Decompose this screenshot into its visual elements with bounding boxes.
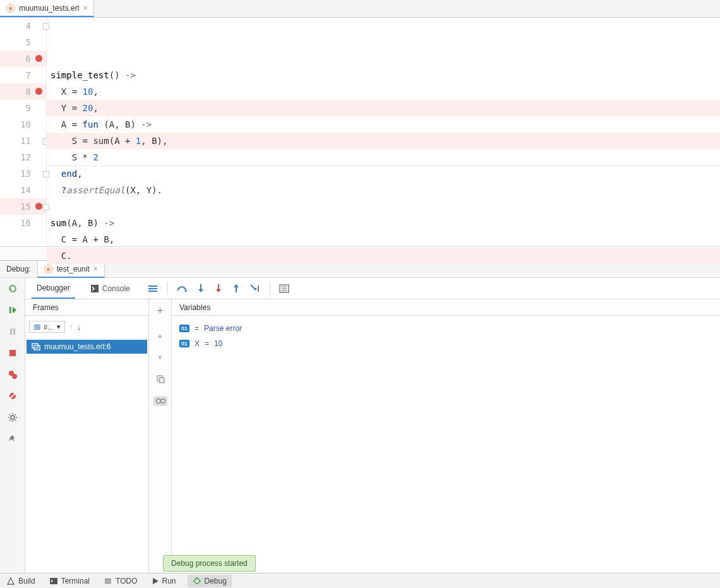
statusbar-debug[interactable]: Debug: [188, 575, 232, 587]
svg-rect-30: [50, 578, 57, 584]
erlang-file-icon: e: [6, 4, 15, 13]
variable-row[interactable]: 01 X = 10: [179, 336, 712, 351]
variable-name: X: [195, 339, 200, 348]
statusbar-terminal[interactable]: Terminal: [47, 577, 92, 585]
prev-frame-icon[interactable]: ↑: [69, 322, 73, 332]
code-line[interactable]: A = fun (A, B) ->: [47, 116, 720, 133]
svg-rect-27: [159, 378, 164, 383]
gutter-line[interactable]: 12: [0, 149, 46, 165]
code-line[interactable]: ?assertEqual(X, Y).: [47, 182, 720, 198]
resume-button[interactable]: [6, 303, 20, 317]
variable-value: Parse error: [204, 324, 242, 333]
debug-main: Debugger Console: [25, 278, 720, 573]
run-to-cursor-icon[interactable]: [249, 284, 261, 294]
thread-selector[interactable]: #… ▾: [29, 321, 65, 333]
gutter-line[interactable]: 14: [0, 182, 46, 198]
svg-rect-1: [10, 328, 12, 335]
step-over-icon[interactable]: [176, 284, 188, 293]
equals: =: [205, 339, 209, 348]
gutter-line[interactable]: 13: [0, 165, 46, 182]
variables-header: Variables: [172, 299, 720, 316]
step-into-icon[interactable]: [196, 284, 205, 294]
gutter-line[interactable]: 9: [0, 100, 46, 116]
code-line[interactable]: C.: [47, 248, 720, 264]
separator: [167, 282, 167, 295]
gutter-line[interactable]: 11: [0, 133, 46, 149]
gutter-line[interactable]: 5: [0, 34, 46, 51]
step-icons: [148, 282, 289, 295]
view-breakpoints-button[interactable]: [6, 368, 20, 381]
svg-point-8: [11, 416, 15, 419]
svg-point-5: [12, 374, 17, 379]
code-editor[interactable]: 45678910111213141516 simple_test() -> X …: [0, 18, 720, 246]
gutter-line[interactable]: 15: [0, 198, 46, 215]
variables-list[interactable]: 01 = Parse error01 X = 10: [172, 316, 720, 356]
force-step-into-icon[interactable]: [214, 284, 223, 294]
frames-vars: Frames #… ▾ ↑ ↓ muumuu_tests.erl:6: [25, 299, 720, 573]
chevron-down-icon: ▾: [57, 323, 61, 331]
editor-tab[interactable]: e muumuu_tests.erl ×: [0, 0, 94, 17]
debug-tool-window: Debug: e test_eunit ×: [0, 260, 720, 573]
variable-value: 10: [214, 339, 222, 348]
equals: =: [195, 324, 199, 333]
watches-icon[interactable]: [153, 396, 167, 406]
evaluate-expression-icon[interactable]: [279, 284, 289, 293]
gutter-line[interactable]: 6: [0, 51, 46, 67]
svg-point-34: [195, 579, 200, 584]
pause-button[interactable]: [6, 325, 20, 339]
svg-rect-2: [13, 328, 15, 335]
debug-body: Debugger Console: [0, 278, 720, 573]
statusbar-build[interactable]: Build: [4, 577, 38, 585]
scroll-up-icon[interactable]: ▴: [158, 330, 162, 340]
code-line[interactable]: S * 2: [47, 149, 720, 165]
gutter-line[interactable]: 4: [0, 18, 46, 34]
code-line[interactable]: C = A + B,: [47, 231, 720, 248]
editor-gutter[interactable]: 45678910111213141516: [0, 18, 47, 246]
editor-tab-label: muumuu_tests.erl: [19, 4, 79, 13]
copy-icon[interactable]: [156, 375, 165, 383]
variables-toolbar: + ▴ ▾: [149, 299, 172, 573]
svg-rect-3: [9, 350, 16, 356]
show-execution-point-icon[interactable]: [148, 284, 158, 293]
close-icon[interactable]: ×: [83, 4, 87, 13]
frames-toolbar: #… ▾ ↑ ↓: [25, 316, 148, 339]
separator: [270, 282, 270, 295]
editor-tab-bar: e muumuu_tests.erl ×: [0, 0, 720, 18]
tab-console[interactable]: Console: [85, 278, 135, 299]
scroll-down-icon[interactable]: ▾: [158, 352, 162, 362]
code-line[interactable]: X = 10,: [47, 83, 720, 100]
variables-panel: + ▴ ▾ Variables 01 = Parse error01 X = 1…: [149, 299, 720, 573]
debug-side-toolbar: [0, 278, 25, 573]
code-line[interactable]: simple_test() ->: [47, 67, 720, 83]
code-line[interactable]: Y = 20,: [47, 100, 720, 116]
status-tooltip: Debug process started: [163, 555, 256, 572]
settings-button[interactable]: [6, 411, 20, 424]
code-line[interactable]: S = sum(A + 1, B),: [47, 133, 720, 149]
code-line[interactable]: end,: [47, 165, 720, 182]
var-type-badge: 01: [179, 325, 189, 332]
tab-debugger[interactable]: Debugger: [32, 278, 75, 299]
svg-point-29: [160, 399, 165, 404]
gutter-line[interactable]: 7: [0, 67, 46, 83]
gutter-line[interactable]: 8: [0, 83, 46, 100]
gutter-line[interactable]: 10: [0, 116, 46, 133]
editor-code[interactable]: simple_test() -> X = 10, Y = 20, A = fun…: [47, 18, 720, 246]
code-line[interactable]: [47, 264, 720, 280]
next-frame-icon[interactable]: ↓: [77, 322, 81, 332]
new-watch-icon[interactable]: +: [157, 304, 164, 318]
pin-button[interactable]: [6, 432, 20, 446]
rerun-button[interactable]: [6, 282, 20, 296]
mute-breakpoints-button[interactable]: [6, 389, 20, 403]
stop-button[interactable]: [6, 346, 20, 360]
step-out-icon[interactable]: [232, 284, 241, 294]
code-line[interactable]: sum(A, B) ->: [47, 215, 720, 231]
debug-toolbar: Debugger Console: [25, 278, 720, 299]
gutter-line[interactable]: 16: [0, 215, 46, 231]
statusbar-run[interactable]: Run: [149, 577, 179, 585]
variable-row[interactable]: 01 = Parse error: [179, 321, 712, 336]
statusbar-todo[interactable]: TODO: [101, 577, 140, 585]
code-line[interactable]: [47, 198, 720, 215]
stack-frame[interactable]: muumuu_tests.erl:6: [27, 340, 147, 354]
svg-rect-0: [9, 307, 11, 313]
frames-header: Frames: [25, 299, 148, 316]
